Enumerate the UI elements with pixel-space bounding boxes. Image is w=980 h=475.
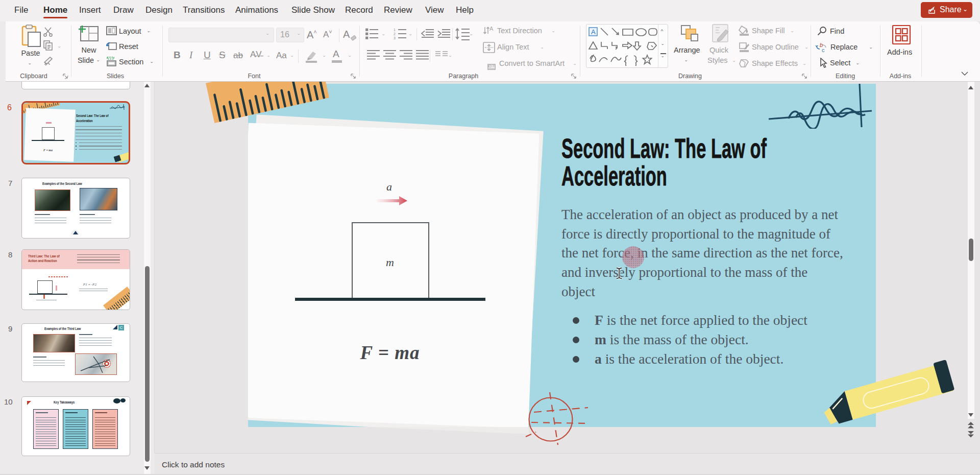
svg-text:3: 3 [394, 36, 396, 39]
svg-text:2: 2 [394, 32, 396, 36]
svg-text:A: A [591, 28, 596, 36]
svg-text:1: 1 [394, 28, 396, 32]
svg-text:c: c [822, 47, 825, 53]
svg-text:A: A [489, 26, 494, 32]
